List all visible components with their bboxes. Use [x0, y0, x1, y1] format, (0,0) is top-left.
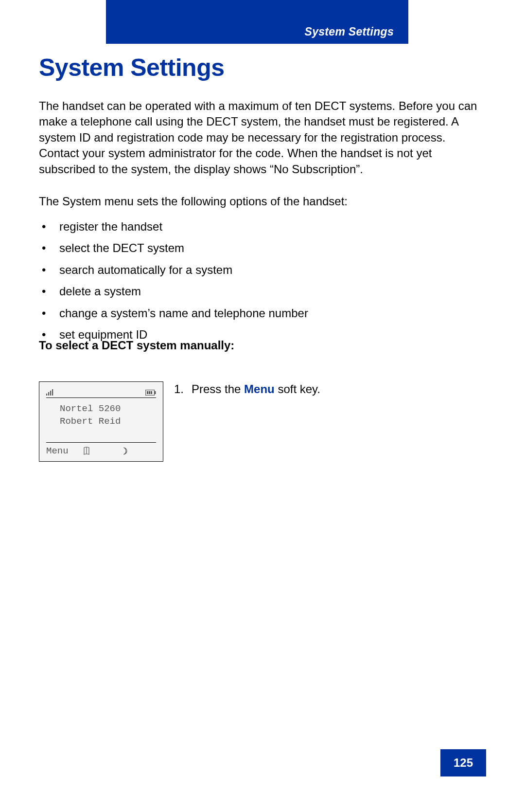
- page-title: System Settings: [39, 54, 225, 82]
- list-item: search automatically for a system: [39, 262, 481, 278]
- softkey-left-label: Menu: [46, 446, 83, 456]
- list-item: delete a system: [39, 284, 481, 299]
- running-header-title: System Settings: [305, 25, 394, 38]
- list-item: select the DECT system: [39, 240, 481, 256]
- list-item: register the handset: [39, 219, 481, 235]
- svg-rect-0: [46, 394, 47, 396]
- step-text-post: soft key.: [275, 382, 320, 396]
- step-item: 1. Press the Menu soft key.: [174, 381, 320, 397]
- header-blue-block: System Settings: [106, 0, 408, 44]
- step-number: 1.: [174, 381, 192, 397]
- handset-line-2: Robert Reid: [60, 415, 156, 428]
- handset-display: Nortel 5260 Robert Reid Menu: [39, 381, 163, 462]
- svg-rect-7: [149, 391, 150, 394]
- svg-rect-3: [52, 389, 53, 396]
- page-number: 125: [440, 749, 486, 776]
- svg-rect-2: [50, 391, 51, 396]
- signal-icon: [46, 389, 54, 396]
- battery-icon: [145, 390, 156, 396]
- book-icon: [83, 447, 119, 455]
- intro-paragraph: The handset can be operated with a maxim…: [39, 98, 481, 177]
- svg-rect-1: [48, 392, 49, 396]
- svg-rect-6: [147, 391, 148, 394]
- options-lead-paragraph: The System menu sets the following optio…: [39, 194, 481, 209]
- options-list: register the handset select the DECT sys…: [39, 213, 481, 343]
- procedure-steps: 1. Press the Menu soft key.: [174, 381, 320, 397]
- step-text-pre: Press the: [192, 382, 244, 396]
- step-text: Press the Menu soft key.: [192, 381, 320, 397]
- softkey-name: Menu: [244, 382, 275, 396]
- moon-icon: [120, 447, 156, 455]
- handset-line-1: Nortel 5260: [60, 403, 156, 415]
- svg-rect-8: [151, 391, 152, 394]
- procedure-title: To select a DECT system manually:: [39, 339, 234, 352]
- svg-rect-5: [155, 391, 156, 394]
- list-item: change a system’s name and telephone num…: [39, 306, 481, 321]
- figure-and-steps: Nortel 5260 Robert Reid Menu 1. Press: [39, 381, 320, 462]
